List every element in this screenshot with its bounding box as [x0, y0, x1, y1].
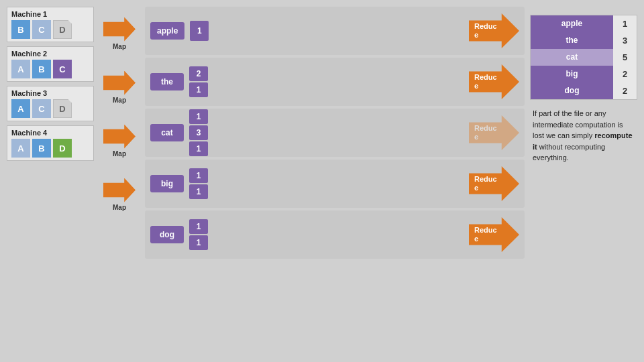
output-word-3: cat [531, 49, 613, 66]
reduce-label-5: Reduc e [474, 226, 497, 243]
file-tile-4-2: B [32, 139, 51, 158]
map-arrow-label-4: Map [113, 204, 126, 211]
machine-4-label: Machine 4 [11, 129, 89, 137]
word-box-2: the [150, 73, 184, 90]
map-arrows-column: MapMapMapMap [99, 7, 140, 355]
file-tile-3-3: D [53, 99, 72, 118]
main-layout: Machine 1BCDMachine 2ABCMachine 3ACDMach… [0, 0, 644, 362]
count-box-4-1: 1 [189, 168, 208, 183]
word-box-4: big [150, 175, 184, 192]
map-arrow-label-1: Map [113, 43, 126, 50]
count-stack-3: 131 [189, 109, 208, 156]
reduce-arrow-3: Reduc e [469, 115, 519, 150]
machines-column: Machine 1BCDMachine 2ABCMachine 3ACDMach… [7, 7, 94, 355]
word-box-3: cat [150, 124, 184, 141]
count-box-5-2: 1 [189, 235, 208, 250]
file-tile-1-2: C [32, 20, 51, 39]
machine-2-label: Machine 2 [11, 50, 89, 58]
reduce-label-1: Reduc e [474, 22, 497, 40]
output-word-2: the [531, 32, 613, 49]
center-row-1: apple1Reduc e [145, 7, 525, 55]
output-title [530, 7, 637, 12]
output-count-1: 1 [613, 15, 637, 32]
count-stack-1: 1 [190, 21, 209, 41]
map-arrow-label-2: Map [113, 97, 126, 104]
word-box-5: dog [150, 226, 184, 243]
file-tile-2-1: A [11, 60, 30, 78]
center-row-4: big11Reduc e [145, 160, 525, 208]
info-emphasis: recompute it [533, 131, 633, 151]
reduce-arrow-2: Reduc e [469, 64, 519, 99]
output-word-5: dog [531, 82, 613, 99]
count-stack-2: 21 [189, 66, 208, 97]
output-row-2: the3 [531, 32, 637, 49]
center-row-3: cat131Reduc e [145, 109, 525, 157]
machine-1-label: Machine 1 [11, 10, 89, 18]
map-arrow-body-1 [103, 17, 136, 42]
output-word-1: apple [531, 15, 613, 32]
count-stack-5: 11 [189, 219, 208, 250]
count-box-2-2: 1 [189, 82, 208, 97]
output-column: apple1the3cat5big2dog2 If part of the fi… [530, 7, 637, 355]
count-box-1-1: 1 [190, 21, 209, 41]
count-box-3-1: 1 [189, 109, 208, 124]
map-arrow-body-3 [103, 125, 136, 149]
machine-3-block: Machine 3ACD [7, 86, 94, 121]
file-tile-2-3: C [53, 60, 72, 78]
reduce-arrow-1: Reduc e [469, 13, 519, 48]
file-tile-1-1: B [11, 20, 30, 39]
output-count-5: 2 [613, 82, 637, 99]
output-table: apple1the3cat5big2dog2 [530, 15, 637, 100]
output-count-2: 3 [613, 32, 637, 49]
reduce-arrow-5: Reduc e [469, 217, 519, 252]
center-row-2: the21Reduc e [145, 58, 525, 106]
file-tile-1-3: D [53, 20, 72, 39]
file-tile-3-2: C [32, 99, 51, 118]
machine-2-block: Machine 2ABC [7, 46, 94, 82]
word-box-1: apple [150, 22, 184, 40]
reduce-arrow-4: Reduc e [469, 166, 519, 201]
count-box-2-1: 2 [189, 66, 208, 81]
output-row-1: apple1 [531, 15, 637, 32]
output-count-4: 2 [613, 66, 637, 82]
output-count-3: 5 [613, 49, 637, 66]
map-arrow-body-4 [103, 178, 136, 202]
map-arrow-label-3: Map [113, 150, 126, 158]
count-box-4-2: 1 [189, 184, 208, 199]
reduce-label-4: Reduc e [474, 175, 497, 192]
file-tile-4-1: A [11, 139, 30, 158]
file-tile-4-3: D [53, 139, 72, 158]
file-tile-2-2: B [32, 60, 51, 78]
map-slot-3: Map [99, 114, 140, 168]
file-tile-3-1: A [11, 99, 30, 118]
reduce-label-3: Reduc e [474, 124, 497, 141]
map-arrow-1: Map [103, 17, 136, 50]
map-arrow-2: Map [103, 71, 136, 104]
machine-1-block: Machine 1BCD [7, 7, 94, 42]
map-arrow-4: Map [103, 178, 136, 211]
info-paragraph: If part of the file or any intermediate … [530, 103, 637, 169]
count-box-5-1: 1 [189, 219, 208, 234]
map-slot-2: Map [99, 60, 140, 114]
map-slot-4: Map [99, 168, 140, 221]
output-word-4: big [531, 66, 613, 82]
machine-3-label: Machine 3 [11, 89, 89, 97]
count-box-3-3: 1 [189, 141, 208, 156]
map-slot-1: Map [99, 7, 140, 60]
map-arrow-3: Map [103, 125, 136, 158]
center-row-5: dog11Reduc e [145, 210, 525, 259]
machine-4-block: Machine 4ABD [7, 125, 94, 161]
map-arrow-body-2 [103, 71, 136, 95]
center-rows: apple1Reduc ethe21Reduc ecat131Reduc ebi… [145, 7, 525, 355]
count-box-3-2: 3 [189, 125, 208, 140]
output-row-5: dog2 [531, 82, 637, 99]
output-row-3: cat5 [531, 49, 637, 66]
output-row-4: big2 [531, 66, 637, 82]
count-stack-4: 11 [189, 168, 208, 199]
reduce-label-2: Reduc e [474, 73, 497, 90]
